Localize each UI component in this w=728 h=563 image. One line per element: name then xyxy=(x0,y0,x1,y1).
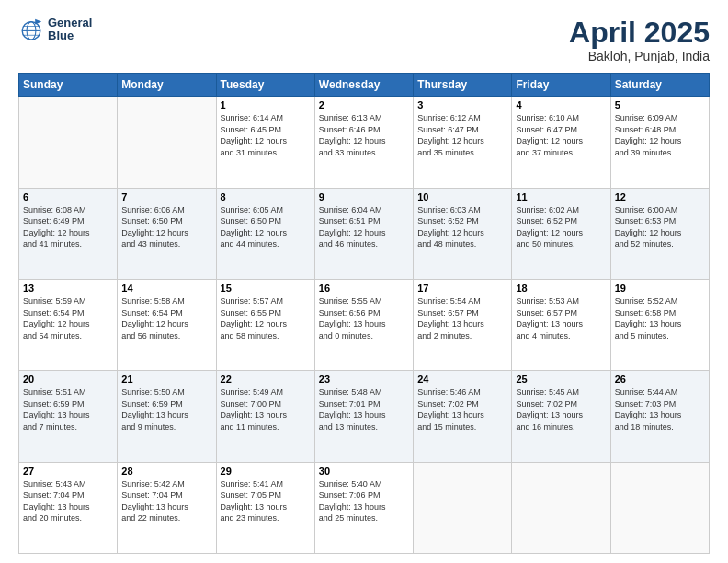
day-number: 8 xyxy=(221,191,311,202)
cell-info: Sunrise: 6:00 AM Sunset: 6:53 PM Dayligh… xyxy=(615,204,705,250)
calendar-cell: 6Sunrise: 6:08 AM Sunset: 6:49 PM Daylig… xyxy=(19,188,118,279)
cell-info: Sunrise: 5:59 AM Sunset: 6:54 PM Dayligh… xyxy=(23,295,113,341)
col-friday: Friday xyxy=(512,74,610,97)
cell-info: Sunrise: 6:14 AM Sunset: 6:45 PM Dayligh… xyxy=(221,112,311,158)
cell-info: Sunrise: 5:53 AM Sunset: 6:57 PM Dayligh… xyxy=(516,295,606,341)
day-number: 19 xyxy=(615,282,705,293)
day-number: 29 xyxy=(221,465,311,477)
day-number: 27 xyxy=(23,465,113,477)
calendar-cell xyxy=(610,462,709,553)
cell-info: Sunrise: 5:57 AM Sunset: 6:55 PM Dayligh… xyxy=(221,295,311,341)
day-number: 7 xyxy=(121,191,211,202)
col-sunday: Sunday xyxy=(19,74,118,97)
cell-info: Sunrise: 6:03 AM Sunset: 6:52 PM Dayligh… xyxy=(417,204,507,250)
calendar-cell: 27Sunrise: 5:43 AM Sunset: 7:04 PM Dayli… xyxy=(19,462,118,553)
calendar-cell xyxy=(19,97,118,188)
calendar-cell xyxy=(512,462,610,553)
day-number: 12 xyxy=(615,191,705,202)
logo: General Blue xyxy=(18,17,92,43)
location-subtitle: Bakloh, Punjab, India xyxy=(569,49,710,63)
calendar-cell: 23Sunrise: 5:48 AM Sunset: 7:01 PM Dayli… xyxy=(314,371,413,462)
calendar-cell: 30Sunrise: 5:40 AM Sunset: 7:06 PM Dayli… xyxy=(314,462,413,553)
cell-info: Sunrise: 5:44 AM Sunset: 7:03 PM Dayligh… xyxy=(615,386,705,432)
cell-info: Sunrise: 5:40 AM Sunset: 7:06 PM Dayligh… xyxy=(319,478,409,524)
cell-info: Sunrise: 5:43 AM Sunset: 7:04 PM Dayligh… xyxy=(23,478,113,524)
cell-info: Sunrise: 5:55 AM Sunset: 6:56 PM Dayligh… xyxy=(319,295,409,341)
calendar-cell: 26Sunrise: 5:44 AM Sunset: 7:03 PM Dayli… xyxy=(610,371,709,462)
day-number: 18 xyxy=(516,282,606,293)
cell-info: Sunrise: 6:12 AM Sunset: 6:47 PM Dayligh… xyxy=(417,112,507,158)
header-row: Sunday Monday Tuesday Wednesday Thursday… xyxy=(19,74,710,97)
cell-info: Sunrise: 5:51 AM Sunset: 6:59 PM Dayligh… xyxy=(23,386,113,432)
calendar-cell: 28Sunrise: 5:42 AM Sunset: 7:04 PM Dayli… xyxy=(118,462,216,553)
cell-info: Sunrise: 6:10 AM Sunset: 6:47 PM Dayligh… xyxy=(516,112,606,158)
cell-info: Sunrise: 5:50 AM Sunset: 6:59 PM Dayligh… xyxy=(121,386,211,432)
logo-line1: General xyxy=(48,17,92,29)
day-number: 30 xyxy=(319,465,409,477)
day-number: 3 xyxy=(417,99,507,110)
calendar-cell: 4Sunrise: 6:10 AM Sunset: 6:47 PM Daylig… xyxy=(512,97,610,188)
cell-info: Sunrise: 6:04 AM Sunset: 6:51 PM Dayligh… xyxy=(319,204,409,250)
day-number: 28 xyxy=(121,465,211,477)
day-number: 26 xyxy=(615,373,705,385)
calendar-cell: 2Sunrise: 6:13 AM Sunset: 6:46 PM Daylig… xyxy=(314,97,413,188)
day-number: 1 xyxy=(221,99,311,110)
cell-info: Sunrise: 6:13 AM Sunset: 6:46 PM Dayligh… xyxy=(319,112,409,158)
cell-info: Sunrise: 5:48 AM Sunset: 7:01 PM Dayligh… xyxy=(319,386,409,432)
day-number: 15 xyxy=(221,282,311,293)
title-block: April 2025 Bakloh, Punjab, India xyxy=(569,17,710,63)
week-row-2: 6Sunrise: 6:08 AM Sunset: 6:49 PM Daylig… xyxy=(19,188,710,279)
calendar-cell: 15Sunrise: 5:57 AM Sunset: 6:55 PM Dayli… xyxy=(216,279,314,370)
calendar-cell: 1Sunrise: 6:14 AM Sunset: 6:45 PM Daylig… xyxy=(216,97,314,188)
cell-info: Sunrise: 6:05 AM Sunset: 6:50 PM Dayligh… xyxy=(221,204,311,250)
cell-info: Sunrise: 5:52 AM Sunset: 6:58 PM Dayligh… xyxy=(615,295,705,341)
day-number: 9 xyxy=(319,191,409,202)
logo-line2: Blue xyxy=(48,29,92,42)
week-row-5: 27Sunrise: 5:43 AM Sunset: 7:04 PM Dayli… xyxy=(19,462,710,553)
cell-info: Sunrise: 6:09 AM Sunset: 6:48 PM Dayligh… xyxy=(615,112,705,158)
logo-text: General Blue xyxy=(48,17,92,43)
calendar-cell: 21Sunrise: 5:50 AM Sunset: 6:59 PM Dayli… xyxy=(118,371,216,462)
cell-info: Sunrise: 6:06 AM Sunset: 6:50 PM Dayligh… xyxy=(121,204,211,250)
calendar-cell: 18Sunrise: 5:53 AM Sunset: 6:57 PM Dayli… xyxy=(512,279,610,370)
day-number: 10 xyxy=(417,191,507,202)
calendar-cell: 7Sunrise: 6:06 AM Sunset: 6:50 PM Daylig… xyxy=(118,188,216,279)
day-number: 11 xyxy=(516,191,606,202)
calendar-cell: 14Sunrise: 5:58 AM Sunset: 6:54 PM Dayli… xyxy=(118,279,216,370)
calendar-cell: 19Sunrise: 5:52 AM Sunset: 6:58 PM Dayli… xyxy=(610,279,709,370)
calendar-cell: 22Sunrise: 5:49 AM Sunset: 7:00 PM Dayli… xyxy=(216,371,314,462)
header: General Blue April 2025 Bakloh, Punjab, … xyxy=(18,17,710,63)
calendar-cell: 16Sunrise: 5:55 AM Sunset: 6:56 PM Dayli… xyxy=(314,279,413,370)
calendar-cell: 29Sunrise: 5:41 AM Sunset: 7:05 PM Dayli… xyxy=(216,462,314,553)
calendar-cell: 11Sunrise: 6:02 AM Sunset: 6:52 PM Dayli… xyxy=(512,188,610,279)
calendar-cell: 13Sunrise: 5:59 AM Sunset: 6:54 PM Dayli… xyxy=(19,279,118,370)
col-monday: Monday xyxy=(118,74,216,97)
cell-info: Sunrise: 5:45 AM Sunset: 7:02 PM Dayligh… xyxy=(516,386,606,432)
page: General Blue April 2025 Bakloh, Punjab, … xyxy=(0,0,728,563)
cell-info: Sunrise: 5:49 AM Sunset: 7:00 PM Dayligh… xyxy=(221,386,311,432)
week-row-4: 20Sunrise: 5:51 AM Sunset: 6:59 PM Dayli… xyxy=(19,371,710,462)
calendar-cell: 20Sunrise: 5:51 AM Sunset: 6:59 PM Dayli… xyxy=(19,371,118,462)
calendar-cell: 8Sunrise: 6:05 AM Sunset: 6:50 PM Daylig… xyxy=(216,188,314,279)
week-row-3: 13Sunrise: 5:59 AM Sunset: 6:54 PM Dayli… xyxy=(19,279,710,370)
calendar-cell: 10Sunrise: 6:03 AM Sunset: 6:52 PM Dayli… xyxy=(414,188,512,279)
day-number: 13 xyxy=(23,282,113,293)
cell-info: Sunrise: 6:02 AM Sunset: 6:52 PM Dayligh… xyxy=(516,204,606,250)
cell-info: Sunrise: 5:58 AM Sunset: 6:54 PM Dayligh… xyxy=(121,295,211,341)
cell-info: Sunrise: 5:42 AM Sunset: 7:04 PM Dayligh… xyxy=(121,478,211,524)
day-number: 6 xyxy=(23,191,113,202)
month-title: April 2025 xyxy=(569,17,710,49)
calendar-cell xyxy=(118,97,216,188)
cell-info: Sunrise: 5:54 AM Sunset: 6:57 PM Dayligh… xyxy=(417,295,507,341)
col-wednesday: Wednesday xyxy=(314,74,413,97)
cell-info: Sunrise: 6:08 AM Sunset: 6:49 PM Dayligh… xyxy=(23,204,113,250)
day-number: 14 xyxy=(121,282,211,293)
cell-info: Sunrise: 5:46 AM Sunset: 7:02 PM Dayligh… xyxy=(417,386,507,432)
calendar-table: Sunday Monday Tuesday Wednesday Thursday… xyxy=(18,73,710,554)
day-number: 16 xyxy=(319,282,409,293)
day-number: 24 xyxy=(417,373,507,385)
col-saturday: Saturday xyxy=(610,74,709,97)
calendar-cell: 24Sunrise: 5:46 AM Sunset: 7:02 PM Dayli… xyxy=(414,371,512,462)
calendar-cell: 25Sunrise: 5:45 AM Sunset: 7:02 PM Dayli… xyxy=(512,371,610,462)
day-number: 2 xyxy=(319,99,409,110)
